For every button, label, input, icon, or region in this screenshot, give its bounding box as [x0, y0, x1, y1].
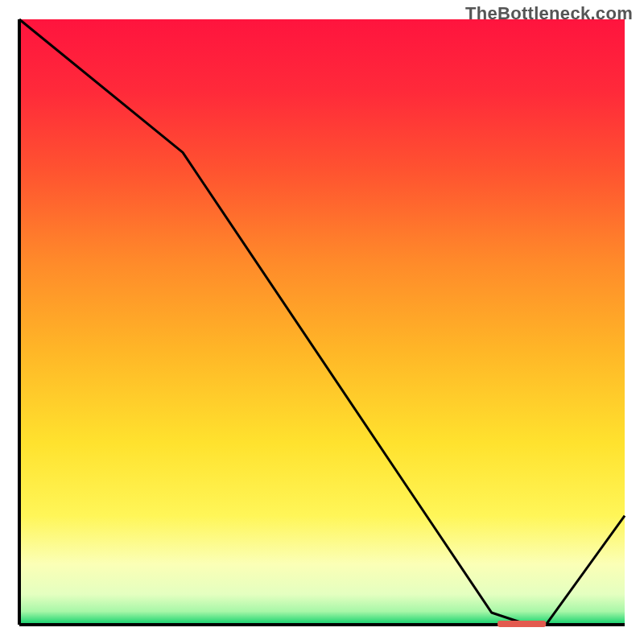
- chart-plot-area: [19, 19, 625, 625]
- bottleneck-chart: TheBottleneck.com: [0, 0, 644, 644]
- optimum-marker: [497, 621, 546, 627]
- attribution-label: TheBottleneck.com: [465, 3, 633, 24]
- chart-svg: [0, 0, 644, 644]
